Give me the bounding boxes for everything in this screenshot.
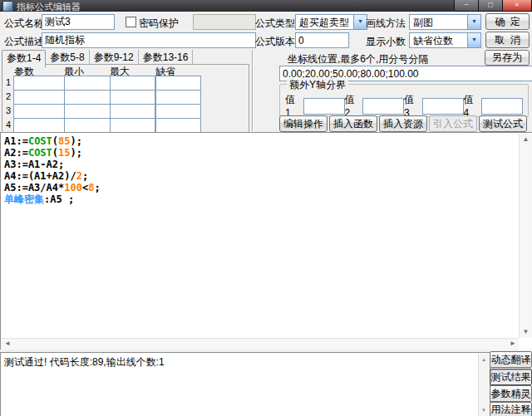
code-horizontal-scrollbar[interactable]: ◄ ► <box>2 338 519 350</box>
coord-label: 坐标线位置,最多6个,用分号分隔 <box>288 52 428 66</box>
formula-code-editor[interactable]: A1:=COST(85);A2:=COST(15);A3:=A1-A2;A4:=… <box>0 132 532 351</box>
draw-method-select[interactable]: 副图 ▼ <box>409 14 481 30</box>
scroll-up-icon[interactable]: ▲ <box>520 135 532 144</box>
code-line: A3:=A1-A2; <box>4 159 101 170</box>
save-as-button[interactable]: 另存为 <box>485 50 530 66</box>
maximize-button[interactable]: ▢ <box>478 0 503 12</box>
formula-type-select[interactable]: 超买超卖型 ▼ <box>295 14 367 30</box>
code-token: ); <box>71 147 82 159</box>
minimize-button[interactable]: ─ <box>454 0 479 12</box>
code-token: A2:= <box>4 147 28 159</box>
side-button-3[interactable]: 参数精灵 <box>490 385 532 402</box>
window-title: 指标公式编辑器 <box>17 1 81 13</box>
action-button: 引入公式 <box>429 115 477 132</box>
code-token: A3:=A1-A2; <box>4 159 64 170</box>
title-bar: 指标公式编辑器 ─ ▢ ✕ <box>0 0 532 12</box>
code-token: :A5 ; <box>44 193 74 205</box>
password-input <box>193 14 256 30</box>
formula-type-value: 超买超卖型 <box>299 16 349 30</box>
scroll-down-icon[interactable]: ▼ <box>479 405 489 415</box>
code-token: 85 <box>58 135 70 147</box>
formula-version-label: 公式版本 <box>255 35 295 49</box>
code-line: A5:=A3/A4*100<8; <box>4 182 101 193</box>
code-line: A4:=(A1+A2)/2; <box>4 170 101 182</box>
code-token: A1:= <box>4 135 28 147</box>
param-tabs: 参数1-4参数5-8参数9-12参数13-16 <box>2 50 193 65</box>
code-line: A2:=COST(15); <box>4 147 101 159</box>
formula-type-label: 公式类型 <box>255 17 295 31</box>
code-token: COST <box>28 135 52 147</box>
code-token: ; <box>94 182 100 193</box>
chevron-down-icon[interactable]: ▼ <box>353 15 367 29</box>
code-token: A5:=A3/A4* <box>4 182 64 193</box>
code-token: 100 <box>64 182 82 193</box>
extra-y-input-1[interactable] <box>303 98 345 115</box>
chevron-down-icon[interactable]: ▼ <box>467 33 480 47</box>
code-token: 单峰密集 <box>4 193 44 205</box>
status-panel: 测试通过! 代码长度:89,输出线个数:1 ▲ ▼ <box>0 352 490 416</box>
param-row-number: 4 <box>6 120 11 130</box>
action-button[interactable]: 测试公式 <box>479 115 527 132</box>
code-token: 15 <box>58 147 70 159</box>
cancel-button[interactable]: 取 消 <box>485 32 530 48</box>
tab-params-1[interactable]: 参数1-4 <box>2 50 46 67</box>
app-icon <box>2 1 13 12</box>
formula-version-input[interactable] <box>295 32 349 48</box>
side-button-1[interactable]: 动态翻译 <box>490 351 532 368</box>
scroll-right-icon[interactable]: ► <box>510 339 516 349</box>
param-row-number: 1 <box>6 77 11 87</box>
action-button[interactable]: 编辑操作 <box>279 115 328 132</box>
password-protect-label: 密码保护 <box>139 17 179 31</box>
decimal-select[interactable]: 缺省位数 ▼ <box>409 32 481 48</box>
code-vertical-scrollbar[interactable]: ▲ ▼ <box>519 134 532 338</box>
code-token: COST <box>28 147 52 159</box>
code-token: ; <box>82 170 88 182</box>
decimal-label: 显示小数 <box>366 35 406 49</box>
code-lines: A1:=COST(85);A2:=COST(15);A3:=A1-A2;A4:=… <box>4 135 101 205</box>
extra-y-input-4[interactable] <box>481 98 523 115</box>
action-buttons: 编辑操作插入函数插入资源引入公式测试公式 <box>279 115 527 130</box>
code-line: 单峰密集:A5 ; <box>4 193 101 205</box>
status-message: 测试通过! 代码长度:89,输出线个数:1 <box>4 355 165 370</box>
code-token: ( <box>52 135 58 147</box>
chevron-down-icon[interactable]: ▼ <box>467 15 480 29</box>
code-token: ( <box>52 147 58 159</box>
extra-y-group: 额外Y轴分界 值1值2值3值4 <box>279 84 529 117</box>
close-button[interactable]: ✕ <box>502 0 532 12</box>
scroll-left-icon[interactable]: ◄ <box>4 339 11 349</box>
formula-name-label: 公式名称 <box>4 17 44 31</box>
vertical-divider <box>252 50 253 131</box>
password-protect-checkbox[interactable] <box>126 17 136 27</box>
status-scrollbar[interactable]: ▲ ▼ <box>478 354 489 416</box>
scroll-up-icon[interactable]: ▲ <box>479 355 489 365</box>
extra-y-input-2[interactable] <box>362 98 404 115</box>
side-button-2[interactable]: 测试结果 <box>490 369 532 385</box>
draw-method-label: 画线方法 <box>366 17 406 31</box>
ok-button[interactable]: 确 定 <box>485 13 530 30</box>
code-token: A4:=(A1+A2)/ <box>4 170 76 182</box>
param-grid: 参数最小最大缺省1234 <box>2 64 249 133</box>
param-row-number: 3 <box>6 105 11 115</box>
formula-desc-input[interactable] <box>42 32 256 48</box>
code-token: 2 <box>76 170 82 182</box>
decimal-value: 缺省位数 <box>413 34 453 48</box>
code-token: ); <box>71 135 82 147</box>
formula-name-input[interactable] <box>42 14 115 30</box>
param-row-number: 2 <box>6 91 11 101</box>
action-button[interactable]: 插入函数 <box>329 115 377 132</box>
side-button-4[interactable]: 用法注释 <box>490 402 532 416</box>
draw-method-value: 副图 <box>413 16 433 30</box>
action-button[interactable]: 插入资源 <box>379 115 427 132</box>
scroll-down-icon[interactable]: ▼ <box>520 327 532 337</box>
formula-desc-label: 公式描述 <box>4 35 44 49</box>
extra-y-input-3[interactable] <box>422 98 464 115</box>
extra-y-title: 额外Y轴分界 <box>287 78 348 92</box>
code-line: A1:=COST(85); <box>4 135 101 147</box>
